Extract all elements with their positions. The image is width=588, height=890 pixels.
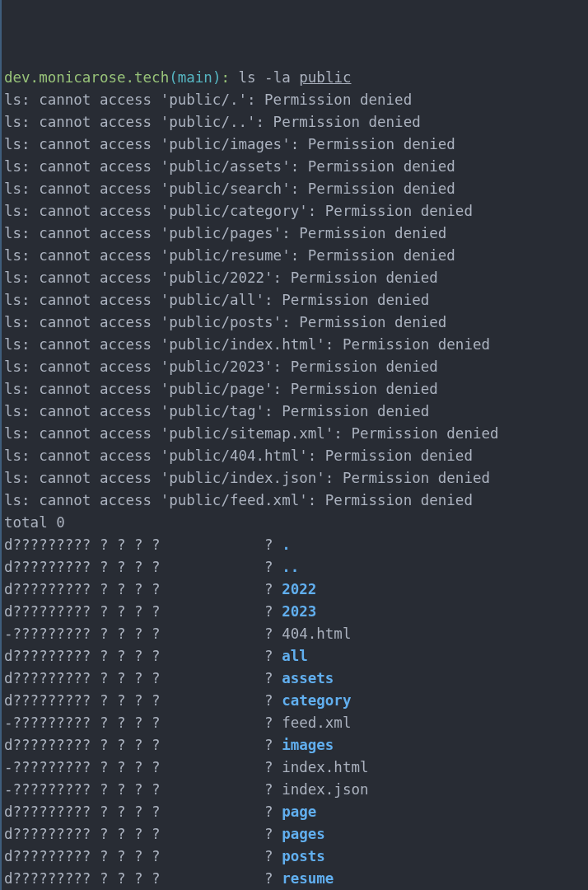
listing-perms: d????????? ? ? ? ? ? (4, 692, 282, 709)
file-name: index.html (282, 759, 368, 775)
listing-row: d????????? ? ? ? ? ? page (4, 801, 588, 823)
dir-name: category (282, 692, 351, 709)
listing-row: d????????? ? ? ? ? ? images (4, 734, 588, 756)
error-line: ls: cannot access 'public/category': Per… (4, 200, 588, 222)
listing-row: d????????? ? ? ? ? ? category (4, 690, 588, 712)
total-line: total 0 (4, 512, 588, 534)
error-line: ls: cannot access 'public/.': Permission… (4, 89, 588, 111)
error-line: ls: cannot access 'public/page': Permiss… (4, 378, 588, 400)
listing-perms: -????????? ? ? ? ? ? (4, 714, 282, 731)
error-line: ls: cannot access 'public/feed.xml': Per… (4, 490, 588, 512)
dir-name: . (282, 536, 291, 553)
command-arg: public (299, 69, 351, 86)
listing-perms: -????????? ? ? ? ? ? (4, 781, 282, 798)
git-branch: main (178, 69, 212, 86)
error-line: ls: cannot access 'public/index.html': P… (4, 334, 588, 356)
error-line: ls: cannot access 'public/..': Permissio… (4, 111, 588, 134)
dir-name: assets (282, 670, 334, 686)
listing-perms: d????????? ? ? ? ? ? (4, 536, 282, 553)
dir-name: .. (282, 559, 299, 575)
dir-name: page (282, 803, 316, 820)
dir-name: 2023 (282, 603, 316, 620)
listing-perms: d????????? ? ? ? ? ? (4, 670, 282, 686)
error-line: ls: cannot access 'public/2022': Permiss… (4, 267, 588, 289)
listing-perms: d????????? ? ? ? ? ? (4, 826, 282, 842)
listing-perms: d????????? ? ? ? ? ? (4, 603, 282, 620)
listing-perms: -????????? ? ? ? ? ? (4, 625, 282, 642)
dir-name: resume (282, 870, 334, 887)
error-line: ls: cannot access 'public/404.html': Per… (4, 445, 588, 467)
branch-paren-open: ( (169, 69, 178, 86)
listing-row: d????????? ? ? ? ? ? . (4, 534, 588, 556)
listing-row: d????????? ? ? ? ? ? 2022 (4, 578, 588, 601)
listing-perms: -????????? ? ? ? ? ? (4, 759, 282, 775)
error-line: ls: cannot access 'public/pages': Permis… (4, 222, 588, 245)
error-line: ls: cannot access 'public/search': Permi… (4, 178, 588, 200)
listing-row: d????????? ? ? ? ? ? resume (4, 868, 588, 890)
error-line: ls: cannot access 'public/tag': Permissi… (4, 400, 588, 423)
error-line: ls: cannot access 'public/2023': Permiss… (4, 356, 588, 378)
error-line: ls: cannot access 'public/resume': Permi… (4, 245, 588, 267)
file-name: index.json (282, 781, 368, 798)
listing-perms: d????????? ? ? ? ? ? (4, 559, 282, 575)
command-text: ls -la (239, 69, 300, 86)
error-line: ls: cannot access 'public/all': Permissi… (4, 289, 588, 312)
file-name: feed.xml (282, 714, 351, 731)
terminal-output[interactable]: dev.monicarose.tech(main): ls -la public… (4, 67, 588, 890)
listing-perms: d????????? ? ? ? ? ? (4, 870, 282, 887)
dir-name: pages (282, 826, 325, 842)
branch-paren-close: ) (212, 69, 222, 86)
error-line: ls: cannot access 'public/images': Permi… (4, 134, 588, 156)
error-line: ls: cannot access 'public/posts': Permis… (4, 312, 588, 334)
listing-perms: d????????? ? ? ? ? ? (4, 803, 282, 820)
listing-row: d????????? ? ? ? ? ? 2023 (4, 601, 588, 623)
dir-name: posts (282, 848, 325, 864)
error-line: ls: cannot access 'public/index.json': P… (4, 467, 588, 490)
error-line: ls: cannot access 'public/assets': Permi… (4, 156, 588, 178)
dir-name: all (282, 648, 308, 664)
dir-name: 2022 (282, 581, 316, 597)
dir-name: images (282, 737, 334, 753)
listing-perms: d????????? ? ? ? ? ? (4, 848, 282, 864)
listing-perms: d????????? ? ? ? ? ? (4, 648, 282, 664)
file-name: 404.html (282, 625, 351, 642)
prompt-separator: : (221, 69, 238, 86)
listing-row: d????????? ? ? ? ? ? posts (4, 846, 588, 868)
listing-row: d????????? ? ? ? ? ? assets (4, 668, 588, 690)
error-line: ls: cannot access 'public/sitemap.xml': … (4, 423, 588, 445)
listing-row: d????????? ? ? ? ? ? .. (4, 556, 588, 578)
listing-row: -????????? ? ? ? ? ? 404.html (4, 623, 588, 645)
listing-perms: d????????? ? ? ? ? ? (4, 581, 282, 597)
listing-row: d????????? ? ? ? ? ? all (4, 645, 588, 668)
listing-row: -????????? ? ? ? ? ? index.html (4, 756, 588, 779)
listing-row: -????????? ? ? ? ? ? feed.xml (4, 712, 588, 734)
listing-perms: d????????? ? ? ? ? ? (4, 737, 282, 753)
prompt-line[interactable]: dev.monicarose.tech(main): ls -la public (4, 67, 588, 89)
prompt-host: dev.monicarose.tech (4, 69, 169, 86)
listing-row: -????????? ? ? ? ? ? index.json (4, 779, 588, 801)
listing-row: d????????? ? ? ? ? ? pages (4, 823, 588, 846)
